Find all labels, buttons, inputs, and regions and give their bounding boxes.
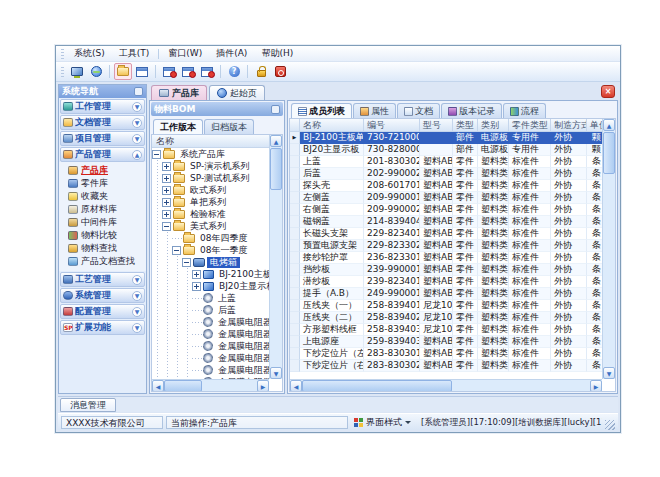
chevron-up-icon[interactable]: ▲ (132, 150, 142, 160)
tree-node-金属膜电阻器[interactable]: 金属膜电阻器 (152, 364, 269, 376)
tree-node-上盖[interactable]: 上盖 (152, 292, 269, 304)
tab-文档[interactable]: 文档 (397, 103, 440, 118)
sidebar-section-配置管理[interactable]: 配置管理▼ (60, 304, 145, 319)
close-tab-button[interactable]: × (601, 85, 615, 98)
table-vertical-scrollbar[interactable]: ▲ ▼ (602, 119, 615, 379)
sidebar-item-产品文档查找[interactable]: 产品文档查找 (59, 255, 146, 268)
tree-node-SP-测试机系列[interactable]: SP-测试机系列 (152, 172, 269, 184)
scroll-up-icon[interactable]: ▲ (270, 135, 282, 147)
expand-icon[interactable] (162, 186, 171, 195)
tab-版本记录[interactable]: 版本记录 (441, 103, 502, 118)
menu-item-2[interactable]: 窗口(W) (161, 46, 209, 61)
table-row[interactable]: 下纱定位片（右）283-830302-00E塑料ABS零件塑料类标准件外协条 (290, 360, 602, 372)
expand-icon[interactable] (162, 162, 171, 171)
expand-icon[interactable] (162, 210, 171, 219)
table-row[interactable]: 长磁头支架229-823401-00E塑料ABS零件塑料类标准件外协条 (290, 228, 602, 240)
computer-button[interactable] (68, 63, 86, 80)
table-row[interactable]: 右侧盖209-990002-01E塑料ABS零件塑料类标准件外协条 (290, 204, 602, 216)
table-row[interactable]: ▶BJ-2100主板单点730-721000-12E部件电源板专用件外协颗 (290, 132, 602, 144)
collapse-icon[interactable] (152, 150, 161, 159)
table-row[interactable]: 方形塑料线框258-839403-00E尼龙1010零件塑料类标准件外协条 (290, 324, 602, 336)
tree-node-金属膜电阻器[interactable]: 金属膜电阻器 (152, 352, 269, 364)
chevron-down-icon[interactable]: ▼ (132, 102, 142, 112)
table-row[interactable]: 探头壳208-601701-01E塑料ABS零件塑料类标准件外协条 (290, 180, 602, 192)
chevron-down-icon[interactable]: ▼ (132, 291, 142, 301)
tree-node-金属膜电阻器[interactable]: 金属膜电阻器 (152, 340, 269, 352)
tree-node-后盖[interactable]: 后盖 (152, 304, 269, 316)
sidebar-item-物料查找[interactable]: 物料查找 (59, 242, 146, 255)
message-management-tab[interactable]: 消息管理 (60, 398, 116, 412)
tree-node-SP-演示机系列[interactable]: SP-演示机系列 (152, 160, 269, 172)
scrollbar-thumb[interactable] (302, 380, 452, 392)
column-header-名称[interactable]: 名称 (300, 119, 364, 132)
table-row[interactable]: 提手（A.B）249-990001-01E塑料ABS零件塑料类标准件外协条 (290, 288, 602, 300)
folder-open-button[interactable] (114, 63, 132, 80)
tree-node-检验标准[interactable]: 检验标准 (152, 208, 269, 220)
column-header-类别[interactable]: 类别 (478, 119, 509, 132)
bom-pin-button[interactable] (271, 105, 280, 114)
tab-产品库[interactable]: 产品库 (151, 85, 207, 100)
sidebar-collapse-button[interactable] (134, 87, 143, 96)
tab-归档版本[interactable]: 归档版本 (204, 119, 254, 134)
tree-horizontal-scrollbar[interactable]: ◀ ▶ (152, 379, 269, 391)
interface-style-button[interactable]: 界面样式 (351, 416, 414, 429)
sidebar-item-收藏夹[interactable]: 收藏夹 (59, 190, 146, 203)
table-row[interactable]: BJ20主显示板730-828000-04E部件电源板专用件外协颗 (290, 144, 602, 156)
tree-column-header[interactable]: 名称 (152, 135, 269, 148)
exit-button[interactable] (271, 63, 289, 80)
globe-button[interactable] (87, 63, 105, 80)
table-row[interactable]: 上电源座259-839403-00E塑料ABS零件塑料类标准件外协条 (290, 336, 602, 348)
table-row[interactable]: 下纱定位片（左）283-830301-00E塑料ABS零件塑料类标准件外协条 (290, 348, 602, 360)
table-row[interactable]: 挡纱板239-990001-01E塑料ABS零件塑料类标准件外协条 (290, 264, 602, 276)
tab-起始页[interactable]: 起始页 (209, 85, 265, 100)
table-row[interactable]: 压线夹（一）258-839401-00E尼龙1010零件塑料类标准件外协条 (290, 300, 602, 312)
scrollbar-thumb[interactable] (603, 132, 615, 174)
tree-node-金属膜电阻器[interactable]: 金属膜电阻器 (152, 328, 269, 340)
expand-icon[interactable] (192, 270, 201, 279)
chevron-down-icon[interactable]: ▼ (132, 134, 142, 144)
scroll-right-icon[interactable]: ▶ (257, 380, 269, 392)
sidebar-item-中间件库[interactable]: 中间件库 (59, 216, 146, 229)
column-header-类型[interactable]: 类型 (453, 119, 478, 132)
sidebar-item-产品库[interactable]: 产品库 (59, 164, 146, 177)
table-row[interactable]: 磁钢盖214-839404-01E塑料ABS零件塑料类标准件外协条 (290, 216, 602, 228)
expand-icon[interactable] (162, 198, 171, 207)
expand-icon[interactable] (192, 282, 201, 291)
column-header-制造方式[interactable]: 制造方式 (551, 119, 587, 132)
refresh-window-button[interactable] (179, 63, 197, 80)
tree-node-BJ-2100主板单点[interactable]: BJ-2100主板单点 (152, 268, 269, 280)
sidebar-section-项目管理[interactable]: 项目管理▼ (60, 131, 145, 146)
tab-成员列表[interactable]: 成员列表 (291, 103, 352, 118)
sidebar-section-产品管理[interactable]: 产品管理▲ (60, 147, 145, 162)
scroll-left-icon[interactable]: ◀ (290, 380, 302, 392)
resize-grip[interactable] (605, 420, 615, 430)
menu-item-4[interactable]: 帮助(H) (254, 46, 300, 61)
scrollbar-thumb[interactable] (270, 148, 282, 190)
column-header-单位[interactable]: 单位 (587, 119, 602, 132)
sidebar-section-扩展功能[interactable]: SP扩展功能▼ (60, 320, 145, 335)
tree-vertical-scrollbar[interactable]: ▲ ▼ (269, 135, 282, 379)
collapse-icon[interactable] (162, 222, 171, 231)
tree-node-欧式系列[interactable]: 欧式系列 (152, 184, 269, 196)
tree-node-单把系列[interactable]: 单把系列 (152, 196, 269, 208)
tree-node-系统产品库[interactable]: 系统产品库 (152, 148, 269, 160)
sidebar-section-工作管理[interactable]: 工作管理▼ (60, 99, 145, 114)
help-button[interactable] (225, 63, 243, 80)
sidebar-section-系统管理[interactable]: 系统管理▼ (60, 288, 145, 303)
collapse-icon[interactable] (182, 258, 191, 267)
tree-node-电烤箱[interactable]: 电烤箱 (152, 256, 269, 268)
table-row[interactable]: 潜纱板239-823401-00E塑料ABS零件塑料类标准件外协条 (290, 276, 602, 288)
column-header-零件类型[interactable]: 零件类型 (509, 119, 551, 132)
scrollbar-thumb[interactable] (164, 380, 202, 392)
table-row[interactable]: 压线夹（二）258-839402-00E尼龙1010零件塑料类标准件外协条 (290, 312, 602, 324)
tree-node-BJ20主显示板[interactable]: BJ20主显示板 (152, 280, 269, 292)
sidebar-item-零件库[interactable]: 零件库 (59, 177, 146, 190)
sidebar-section-文档管理[interactable]: 文档管理▼ (60, 115, 145, 130)
sidebar-item-原材料库[interactable]: 原材料库 (59, 203, 146, 216)
chevron-down-icon[interactable]: ▼ (132, 275, 142, 285)
new-window-button[interactable] (160, 63, 178, 80)
chevron-down-icon[interactable]: ▼ (132, 118, 142, 128)
chevron-down-icon[interactable]: ▼ (132, 307, 142, 317)
tab-属性[interactable]: 属性 (353, 103, 396, 118)
column-header-编号[interactable]: 编号 (364, 119, 420, 132)
